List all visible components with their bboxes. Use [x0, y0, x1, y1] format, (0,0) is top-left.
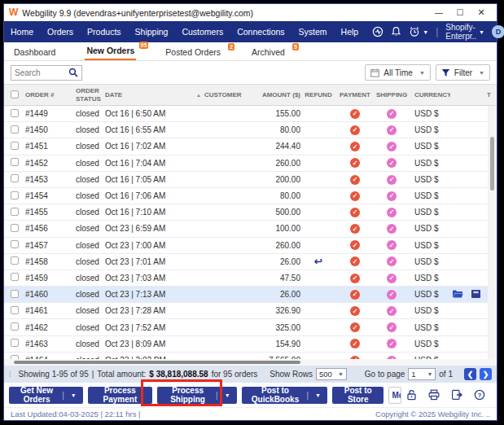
search-input[interactable] — [15, 68, 68, 77]
menu-bar: Home Orders Products Shipping Customers … — [4, 21, 497, 42]
table-row[interactable]: #1463 closed Oct 23 | 8:09 AM 154.90 ↩ ✓… — [4, 336, 497, 353]
col-order[interactable]: ORDER # — [25, 91, 76, 99]
print-icon[interactable] — [428, 389, 440, 401]
table-row[interactable]: #1458 closed Oct 23 | 7:01 AM 26.00 ↩ ✓ … — [4, 254, 497, 270]
tab-new-orders[interactable]: New Orders95 — [85, 43, 136, 60]
filter-label: Filter — [454, 68, 472, 77]
table-row[interactable]: #1449 closed Oct 16 | 6:50 AM 155.00 ↩ ✓… — [4, 106, 497, 122]
row-checkbox[interactable] — [11, 191, 19, 199]
row-checkbox[interactable] — [11, 174, 19, 182]
col-date[interactable]: DATE — [105, 91, 196, 99]
scheduler-clock-icon[interactable]: ▼ — [409, 26, 428, 37]
time-filter-dropdown[interactable]: All Time ▼ — [365, 64, 431, 81]
table-row[interactable]: #1455 closed Oct 16 | 7:10 AM 500.00 ↩ ✓… — [4, 204, 497, 221]
activity-icon[interactable] — [372, 26, 383, 37]
order-currency: USD $ — [410, 340, 450, 348]
col-order-status[interactable]: ORDER STATUS — [76, 87, 105, 102]
table-row[interactable]: #1462 closed Oct 23 | 7:52 AM 325.00 ↩ ✓… — [4, 319, 497, 335]
menu-orders[interactable]: Orders — [47, 27, 73, 37]
archive-box-icon[interactable] — [471, 289, 481, 299]
menu-products[interactable]: Products — [87, 27, 121, 37]
row-checkbox[interactable] — [11, 322, 19, 331]
title-bar: W Webgility 9.9 (devendras+unifyenterpri… — [4, 4, 497, 21]
order-currency: USD $ — [410, 323, 450, 332]
menu-help[interactable]: Help — [341, 27, 359, 37]
order-date: Oct 23 | 7:03 AM — [105, 274, 196, 283]
lock-icon[interactable] — [406, 389, 417, 401]
payment-status-icon: ✓ — [350, 208, 360, 217]
store-selector[interactable]: Shopify-Enterpr.. ▼ — [445, 23, 484, 41]
pagination-bar: ⁞ Showing 1-95 of 95 | Total amount: $ 3… — [4, 366, 497, 383]
menu-system[interactable]: System — [299, 27, 327, 37]
col-payment[interactable]: PAYMENT — [336, 91, 374, 99]
menu-home[interactable]: Home — [11, 27, 33, 37]
tab-posted-orders[interactable]: Posted Orders2 — [164, 45, 222, 60]
table-row[interactable]: #1453 closed Oct 16 | 7:05 AM 200.00 ↩ ✓… — [4, 172, 497, 188]
more-button-truncated[interactable]: Mo — [388, 387, 401, 404]
row-checkbox[interactable] — [11, 339, 19, 347]
open-order-folder-icon[interactable] — [452, 289, 463, 299]
table-row[interactable]: #1451 closed Oct 16 | 7:02 AM 244.40 ↩ ✓… — [4, 138, 497, 155]
row-checkbox[interactable] — [11, 125, 19, 134]
col-refund[interactable]: REFUND — [300, 91, 336, 99]
table-row[interactable]: #1456 closed Oct 23 | 6:59 AM 100.00 ↩ ✓… — [4, 221, 497, 237]
payment-status-icon: ✓ — [350, 191, 360, 201]
process-shipping-button[interactable]: Process Shipping|▼ — [157, 387, 236, 404]
post-to-quickbooks-button[interactable]: Post to QuickBooks|▼ — [242, 387, 327, 404]
row-checkbox[interactable] — [11, 256, 19, 265]
get-new-orders-button[interactable]: Get New Orders|▼ — [9, 387, 83, 404]
row-checkbox[interactable] — [11, 240, 19, 248]
table-row[interactable]: #1454 closed Oct 16 | 7:06 AM 80.00 ↩ ✓ … — [4, 188, 497, 204]
drag-grip-icon[interactable]: ⁞ — [9, 370, 11, 379]
search-box[interactable] — [11, 65, 82, 81]
goto-page-select[interactable]: 1▼ — [408, 368, 436, 380]
vertical-scrollbar[interactable] — [488, 106, 497, 359]
table-row[interactable]: #1450 closed Oct 16 | 6:55 AM 80.00 ↩ ✓ … — [4, 122, 497, 138]
menu-shipping[interactable]: Shipping — [135, 27, 169, 37]
table-row[interactable]: #1464 closed Oct 23 | 2:02 PM 7,565.00 ↩… — [4, 353, 497, 359]
col-amount[interactable]: AMOUNT ($) — [261, 91, 300, 99]
row-checkbox[interactable] — [11, 158, 19, 166]
help-icon[interactable]: ? — [474, 389, 485, 401]
row-checkbox[interactable] — [11, 273, 19, 281]
table-row[interactable]: #1461 closed Oct 23 | 7:28 AM 326.90 ↩ ✓… — [4, 303, 497, 319]
vertical-scrollbar-thumb[interactable] — [490, 137, 494, 191]
col-currency[interactable]: CURRENCY — [410, 91, 450, 99]
row-checkbox[interactable] — [11, 306, 19, 314]
menu-connections[interactable]: Connections — [237, 27, 284, 37]
user-menu[interactable]: D ▼ — [492, 25, 504, 38]
col-customer[interactable]: ▲CUSTOMER — [196, 91, 261, 99]
tab-dashboard[interactable]: Dashboard — [12, 45, 57, 60]
order-number: #1460 — [25, 290, 76, 299]
order-amount: 155.00 — [261, 109, 300, 118]
menu-customers[interactable]: Customers — [182, 27, 223, 37]
filter-dropdown[interactable]: Filter ▼ — [436, 64, 490, 81]
close-button[interactable]: ✕ — [471, 7, 492, 18]
maximize-button[interactable]: ☐ — [449, 8, 471, 17]
show-rows-select[interactable]: 500▼ — [316, 368, 347, 380]
notifications-bell-icon[interactable] — [391, 26, 401, 37]
table-row[interactable]: #1452 closed Oct 16 | 7:04 AM 260.00 ↩ ✓… — [4, 156, 497, 172]
row-checkbox[interactable] — [11, 208, 19, 216]
minimize-button[interactable]: — — [428, 8, 449, 17]
previous-page-button[interactable]: ❮ — [464, 368, 476, 380]
table-row[interactable]: #1457 closed Oct 23 | 7:00 AM 260.00 ↩ ✓… — [4, 238, 497, 254]
row-checkbox[interactable] — [11, 290, 19, 298]
select-all-checkbox[interactable] — [11, 90, 19, 99]
row-checkbox[interactable] — [11, 224, 19, 232]
of-pages-label: of 1 — [439, 370, 453, 379]
total-label: Total amount: — [97, 370, 146, 379]
table-row[interactable]: #1459 closed Oct 23 | 7:03 AM 47.50 ↩ ✓ … — [4, 270, 497, 287]
process-payment-button[interactable]: Process Payment — [88, 387, 152, 404]
post-to-store-button[interactable]: Post to Store — [332, 387, 383, 404]
next-page-button[interactable]: ❯ — [480, 368, 492, 380]
row-checkbox[interactable] — [11, 109, 19, 117]
row-checkbox[interactable] — [11, 142, 19, 150]
horizontal-scrollbar[interactable] — [4, 359, 497, 366]
tab-archived[interactable]: Archived5 — [250, 45, 287, 60]
col-shipping[interactable]: SHIPPING — [374, 91, 410, 99]
table-row[interactable]: #1460 closed Oct 23 | 7:13 AM 26.00 ↩ ✓ … — [4, 287, 497, 303]
export-icon[interactable] — [451, 389, 462, 401]
horizontal-scrollbar-thumb[interactable] — [14, 361, 300, 364]
order-currency: USD $ — [410, 290, 450, 299]
